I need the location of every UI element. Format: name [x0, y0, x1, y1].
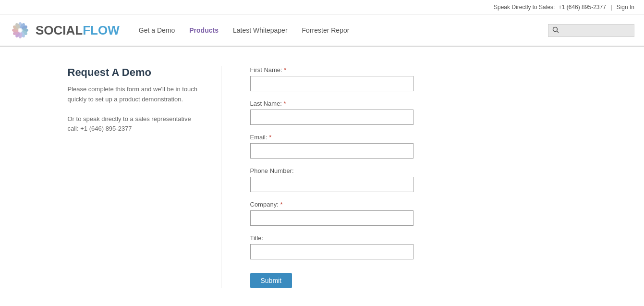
company-required: * — [280, 201, 282, 208]
first-name-input[interactable] — [250, 76, 413, 91]
svg-point-12 — [18, 28, 23, 33]
first-name-group: First Name: * — [250, 66, 577, 91]
main-content: Request A Demo Please complete this form… — [58, 66, 586, 288]
search-input[interactable] — [561, 27, 630, 34]
title-group: Title: — [250, 234, 577, 259]
company-group: Company: * — [250, 201, 577, 226]
main-nav: Get a Demo Products Latest Whitepaper Fo… — [139, 26, 548, 34]
right-panel: First Name: * Last Name: * Email: * — [221, 66, 577, 288]
last-name-label: Last Name: * — [250, 100, 577, 107]
svg-point-13 — [553, 27, 558, 31]
left-panel: Request A Demo Please complete this form… — [68, 66, 221, 288]
title-label: Title: — [250, 234, 577, 242]
first-name-label: First Name: * — [250, 66, 577, 73]
svg-line-14 — [557, 31, 559, 33]
phone-number: +1 (646) 895-2377 — [559, 4, 606, 11]
last-name-required: * — [284, 100, 286, 107]
separator: | — [610, 4, 612, 11]
nav-products[interactable]: Products — [189, 26, 219, 34]
sign-in-link[interactable]: Sign In — [617, 4, 634, 11]
last-name-input[interactable] — [250, 110, 413, 125]
header: SOCIALFLOW Get a Demo Products Latest Wh… — [0, 15, 644, 47]
email-group: Email: * — [250, 134, 577, 159]
phone-input[interactable] — [250, 177, 413, 192]
company-label: Company: * — [250, 201, 577, 208]
nav-get-demo[interactable]: Get a Demo — [139, 26, 175, 34]
contact-phone: +1 (646) 895-2377 — [80, 125, 132, 132]
logo-flow: FLOW — [83, 23, 120, 37]
contact-info: Or to speak directly to a sales represen… — [68, 114, 202, 135]
email-label: Email: * — [250, 134, 577, 141]
title-input[interactable] — [250, 244, 413, 259]
first-name-required: * — [284, 66, 286, 73]
company-input[interactable] — [250, 210, 413, 226]
header-divider — [0, 47, 644, 47]
nav-forrester-report[interactable]: Forrester Repor — [302, 26, 350, 34]
search-box — [548, 24, 634, 37]
logo-link[interactable]: SOCIALFLOW — [10, 20, 120, 41]
submit-button[interactable]: Submit — [250, 273, 292, 288]
phone-label: Phone Number: — [250, 167, 577, 174]
logo-icon — [10, 20, 31, 41]
search-button[interactable] — [552, 26, 559, 35]
top-bar: Speak Directly to Sales: +1 (646) 895-23… — [0, 0, 644, 15]
demo-form: First Name: * Last Name: * Email: * — [250, 66, 577, 288]
search-icon — [552, 26, 559, 33]
form-description: Please complete this form and we'll be i… — [68, 85, 202, 105]
phone-group: Phone Number: — [250, 167, 577, 192]
logo-social: SOCIAL — [36, 23, 83, 37]
speak-text: Speak Directly to Sales: — [494, 4, 555, 11]
form-title: Request A Demo — [68, 66, 202, 79]
last-name-group: Last Name: * — [250, 100, 577, 125]
email-input[interactable] — [250, 143, 413, 159]
logo-text: SOCIALFLOW — [36, 23, 120, 38]
nav-latest-whitepaper[interactable]: Latest Whitepaper — [233, 26, 288, 34]
email-required: * — [269, 134, 271, 141]
